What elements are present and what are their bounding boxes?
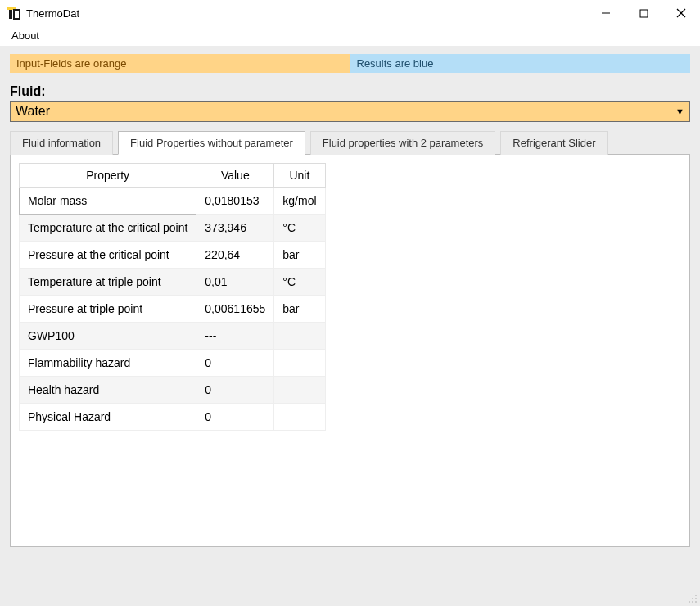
dropdown-caret-icon: ▼ <box>675 106 684 116</box>
menu-about[interactable]: About <box>7 28 44 43</box>
svg-point-11 <box>695 601 697 603</box>
cell-unit <box>274 404 325 431</box>
cell-property: Pressure at the critical point <box>20 242 196 269</box>
resize-grip-icon[interactable] <box>688 594 698 604</box>
tab-fluid-properties-2-param[interactable]: Fluid properties with 2 parameters <box>310 131 496 155</box>
properties-table: Property Value Unit Molar mass0,0180153k… <box>19 163 326 431</box>
cell-property: Flammability hazard <box>20 350 196 377</box>
fluid-label: Fluid: <box>10 84 690 99</box>
titlebar: ThermoDat <box>0 0 700 26</box>
table-row[interactable]: Temperature at the critical point373,946… <box>20 215 326 242</box>
tab-panel: Property Value Unit Molar mass0,0180153k… <box>10 154 690 547</box>
cell-value: 0 <box>196 350 274 377</box>
client-area: Input-Fields are orange Results are blue… <box>0 46 700 606</box>
tab-fluid-information[interactable]: Fluid information <box>10 131 113 155</box>
col-property[interactable]: Property <box>20 164 196 188</box>
cell-unit: °C <box>274 269 325 296</box>
fluid-selected-value: Water <box>16 104 50 119</box>
table-row[interactable]: Pressure at triple point0,00611655bar <box>20 296 326 323</box>
cell-unit <box>274 377 325 404</box>
svg-point-9 <box>695 598 697 599</box>
fluid-select[interactable]: Water ▼ <box>10 101 690 122</box>
cell-value: 0 <box>196 377 274 404</box>
cell-property: Temperature at triple point <box>20 269 196 296</box>
cell-value: --- <box>196 323 274 350</box>
cell-value: 0 <box>196 404 274 431</box>
app-icon <box>7 6 21 20</box>
table-row[interactable]: Pressure at the critical point220,64bar <box>20 242 326 269</box>
cell-value: 373,946 <box>196 215 274 242</box>
window-title: ThermoDat <box>26 7 79 20</box>
svg-point-10 <box>692 598 693 599</box>
cell-unit <box>274 323 325 350</box>
legend-row: Input-Fields are orange Results are blue <box>10 54 690 73</box>
cell-property: Temperature at the critical point <box>20 215 196 242</box>
maximize-button[interactable] <box>625 0 662 26</box>
cell-property: Pressure at triple point <box>20 296 196 323</box>
cell-value: 0,01 <box>196 269 274 296</box>
svg-point-13 <box>689 601 690 603</box>
cell-value: 0,00611655 <box>196 296 274 323</box>
tabstrip: Fluid information Fluid Properties witho… <box>10 130 690 154</box>
cell-property: Health hazard <box>20 377 196 404</box>
close-button[interactable] <box>662 0 700 26</box>
table-row[interactable]: Molar mass0,0180153kg/mol <box>20 188 326 215</box>
svg-point-12 <box>692 601 693 603</box>
tab-fluid-properties-no-param[interactable]: Fluid Properties without parameter <box>118 131 305 155</box>
cell-value: 220,64 <box>196 242 274 269</box>
cell-unit: kg/mol <box>274 188 325 215</box>
cell-unit <box>274 350 325 377</box>
cell-property: Physical Hazard <box>20 404 196 431</box>
table-row[interactable]: Temperature at triple point0,01°C <box>20 269 326 296</box>
menubar: About <box>0 26 700 46</box>
legend-result: Results are blue <box>350 54 691 73</box>
svg-rect-2 <box>9 10 12 19</box>
table-row[interactable]: Flammability hazard0 <box>20 350 326 377</box>
legend-input: Input-Fields are orange <box>10 54 350 73</box>
cell-unit: bar <box>274 296 325 323</box>
cell-unit: bar <box>274 242 325 269</box>
table-row[interactable]: Physical Hazard0 <box>20 404 326 431</box>
svg-rect-5 <box>640 10 648 17</box>
table-row[interactable]: Health hazard0 <box>20 377 326 404</box>
cell-property: GWP100 <box>20 323 196 350</box>
col-value[interactable]: Value <box>196 164 274 188</box>
tab-refrigerant-slider[interactable]: Refrigerant Slider <box>500 131 607 155</box>
svg-point-8 <box>695 595 697 596</box>
cell-unit: °C <box>274 215 325 242</box>
cell-property: Molar mass <box>20 188 196 215</box>
cell-value: 0,0180153 <box>196 188 274 215</box>
table-row[interactable]: GWP100--- <box>20 323 326 350</box>
col-unit[interactable]: Unit <box>274 164 325 188</box>
minimize-button[interactable] <box>587 0 625 26</box>
